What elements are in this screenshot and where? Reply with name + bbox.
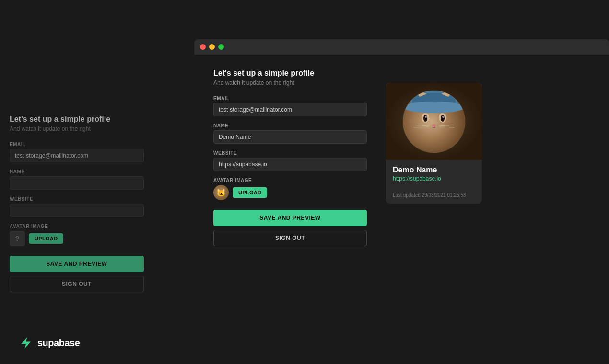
cat-avatar-svg: [386, 83, 482, 160]
avatar-label: AVATAR IMAGE: [213, 178, 367, 183]
avatar-image: [213, 185, 229, 200]
save-preview-button[interactable]: SAVE AND PREVIEW: [213, 210, 367, 226]
left-website-group: WEBSITE: [10, 196, 144, 217]
traffic-light-yellow[interactable]: [209, 44, 215, 50]
profile-section: Demo Name https://supabase.io Last updat…: [386, 69, 482, 322]
left-avatar-row: ? UPLOAD: [10, 231, 144, 246]
website-input[interactable]: [213, 158, 367, 171]
email-label: EMAIL: [213, 96, 367, 101]
sign-out-button[interactable]: SIGN OUT: [213, 230, 367, 246]
left-email-group: EMAIL: [10, 142, 144, 162]
left-form-subtitle: And watch it update on the right: [10, 125, 144, 132]
svg-point-12: [442, 116, 444, 118]
profile-card-name: Demo Name: [393, 166, 475, 174]
left-upload-button[interactable]: UPLOAD: [29, 233, 63, 244]
left-save-preview-button[interactable]: SAVE AND PREVIEW: [10, 256, 144, 272]
browser-window: Let's set up a simple profile And watch …: [194, 39, 609, 336]
left-name-input[interactable]: [10, 176, 144, 190]
website-group: WEBSITE: [213, 150, 367, 171]
left-avatar-placeholder: ?: [10, 231, 25, 246]
left-sign-out-button[interactable]: SIGN OUT: [10, 276, 144, 292]
avatar-thumbnail: [213, 185, 229, 200]
brand-name: supabase: [37, 338, 80, 349]
left-name-group: NAME: [10, 169, 144, 190]
left-preview-panel: Let's set up a simple profile And watch …: [10, 115, 144, 292]
browser-titlebar: [194, 39, 609, 55]
name-input[interactable]: [213, 130, 367, 144]
email-group: EMAIL: [213, 96, 367, 116]
avatar-row: UPLOAD: [213, 185, 367, 200]
email-input[interactable]: [213, 103, 367, 116]
main-form-panel: Let's set up a simple profile And watch …: [213, 69, 367, 322]
svg-point-11: [425, 116, 427, 118]
browser-content: Let's set up a simple profile And watch …: [194, 55, 609, 336]
traffic-light-red[interactable]: [200, 44, 206, 50]
name-label: NAME: [213, 123, 367, 128]
left-avatar-group: AVATAR IMAGE ? UPLOAD: [10, 224, 144, 246]
profile-card-avatar: [386, 83, 482, 160]
svg-point-9: [423, 115, 427, 122]
profile-card: Demo Name https://supabase.io Last updat…: [386, 83, 482, 204]
left-form-title: Let's set up a simple profile: [10, 115, 144, 124]
left-website-input[interactable]: [10, 204, 144, 217]
left-email-label: EMAIL: [10, 142, 144, 147]
svg-point-10: [441, 115, 445, 122]
left-avatar-label: AVATAR IMAGE: [10, 224, 144, 229]
form-title: Let's set up a simple profile: [213, 69, 367, 78]
svg-point-13: [432, 124, 436, 127]
left-name-label: NAME: [10, 169, 144, 174]
upload-button[interactable]: UPLOAD: [233, 187, 267, 198]
website-label: WEBSITE: [213, 150, 367, 156]
avatar-group: AVATAR IMAGE UPLOAD: [213, 178, 367, 200]
name-group: NAME: [213, 123, 367, 144]
supabase-icon: [19, 336, 33, 350]
supabase-logo: supabase: [19, 336, 80, 350]
profile-card-info: Demo Name https://supabase.io: [386, 160, 482, 188]
left-website-label: WEBSITE: [10, 196, 144, 202]
supabase-footer: supabase: [19, 336, 80, 350]
form-subtitle: And watch it update on the right: [213, 80, 367, 86]
traffic-light-green[interactable]: [218, 44, 224, 50]
profile-card-website: https://supabase.io: [393, 175, 475, 182]
left-email-input[interactable]: [10, 149, 144, 162]
svg-point-6: [403, 102, 465, 113]
last-updated-text: Last updated 29/03/2021 01:25:53: [386, 193, 482, 204]
